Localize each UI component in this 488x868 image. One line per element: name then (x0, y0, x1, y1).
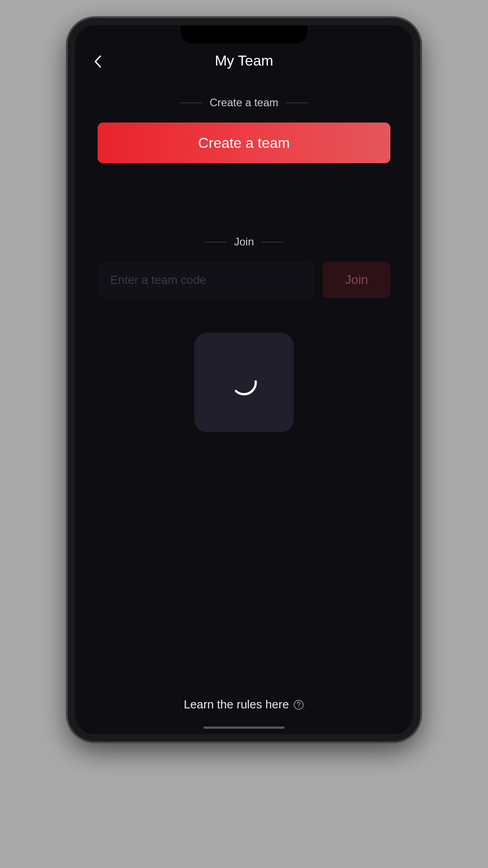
chevron-left-icon (94, 55, 101, 68)
divider-line (261, 242, 284, 242)
app-screen: My Team Create a team Create a team Join… (75, 25, 413, 734)
join-button[interactable]: Join (323, 262, 390, 298)
divider-line (180, 103, 202, 103)
footer-link[interactable]: Learn the rules here (75, 698, 413, 712)
help-icon (293, 699, 304, 710)
svg-point-2 (298, 707, 299, 708)
join-row: Join (98, 262, 390, 298)
back-button[interactable] (89, 52, 107, 71)
home-indicator (203, 726, 285, 729)
loading-overlay (194, 333, 294, 432)
divider-line (286, 103, 308, 103)
join-section-divider: Join (98, 236, 390, 248)
create-section: Create a team Create a team (75, 78, 413, 163)
spinner-icon (230, 368, 258, 397)
create-section-divider: Create a team (98, 96, 390, 109)
device-notch (181, 25, 307, 43)
team-code-input[interactable] (98, 262, 314, 298)
divider-line (204, 242, 227, 242)
footer-text: Learn the rules here (184, 698, 289, 712)
page-title: My Team (215, 52, 273, 69)
phone-frame: My Team Create a team Create a team Join… (68, 18, 420, 741)
svg-point-0 (232, 371, 256, 394)
join-section-label: Join (234, 236, 254, 248)
create-section-label: Create a team (210, 96, 278, 109)
join-section: Join Join (75, 217, 413, 298)
create-team-button[interactable]: Create a team (98, 123, 390, 163)
